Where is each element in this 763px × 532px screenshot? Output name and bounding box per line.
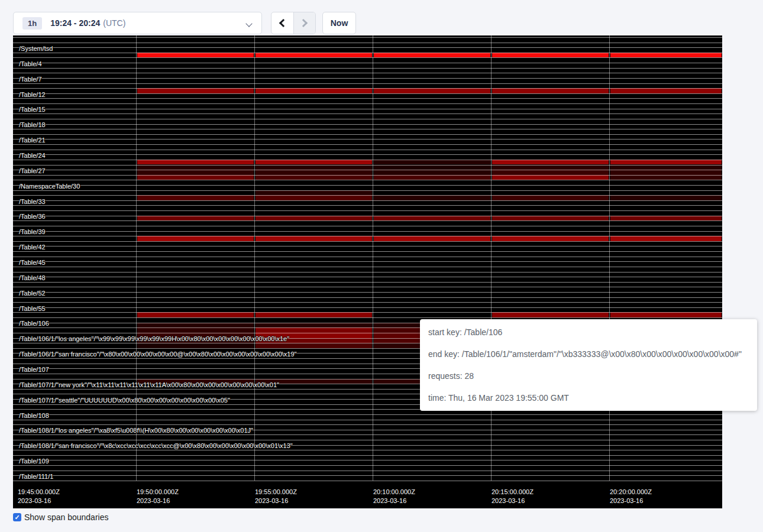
heat-band — [256, 170, 372, 175]
span-boundary-line — [13, 150, 722, 150]
time-gridline — [254, 35, 255, 481]
heat-band — [492, 216, 609, 221]
heat-band — [374, 160, 490, 165]
span-boundary-line — [13, 251, 722, 252]
span-boundary-line — [13, 246, 722, 246]
heat-band — [137, 160, 254, 165]
row-label: /Table/107 — [19, 366, 49, 373]
span-boundary-line — [13, 292, 722, 293]
row-label: /Table/106/1/"san francisco"/"\x80\x00\x… — [19, 351, 297, 358]
row-label: /Table/36 — [19, 213, 46, 220]
heat-band — [610, 88, 722, 93]
span-boundary-line — [13, 455, 722, 456]
heat-band — [610, 160, 722, 165]
row-label: /Table/109 — [19, 458, 49, 465]
prev-range-button[interactable] — [271, 12, 294, 34]
span-boundary-line — [13, 236, 722, 236]
next-range-button[interactable] — [294, 12, 316, 34]
span-boundary-line — [13, 78, 722, 79]
row-label: /NamespaceTable/30 — [19, 183, 80, 190]
span-boundary-line — [13, 307, 722, 308]
time-range-timezone: (UTC) — [103, 18, 125, 28]
span-boundary-line — [13, 180, 722, 180]
checkbox-checked-icon[interactable]: ✓ — [13, 513, 21, 521]
time-range-text: 19:24 - 20:24 — [50, 18, 100, 28]
heat-band — [137, 312, 254, 317]
x-axis-tick: 20:20:00.000Z2023-03-16 — [610, 488, 652, 505]
heat-band — [137, 343, 254, 348]
heat-band — [374, 53, 490, 58]
tick-date: 2023-03-16 — [373, 497, 415, 505]
heat-band — [374, 236, 490, 241]
heat-band — [256, 88, 372, 93]
show-span-boundaries-toggle[interactable]: ✓ Show span boundaries — [13, 512, 108, 522]
tick-date: 2023-03-16 — [18, 497, 60, 505]
span-boundary-line — [13, 190, 722, 191]
chevron-left-icon — [279, 19, 287, 27]
time-gridline — [609, 35, 610, 481]
row-label: /Table/21 — [19, 137, 46, 144]
heat-band — [610, 165, 722, 170]
chevron-right-icon — [299, 19, 308, 27]
heat-band — [610, 53, 722, 58]
span-boundary-line — [13, 420, 722, 420]
row-label: /Table/39 — [19, 228, 46, 235]
heat-band — [374, 170, 490, 175]
heat-band — [374, 195, 490, 200]
key-visualizer-canvas[interactable]: /System/tsd/Table/4/Table/7/Table/12/Tab… — [13, 35, 722, 508]
span-boundary-line — [13, 129, 722, 129]
row-label: /Table/12 — [19, 91, 46, 98]
time-gridline — [491, 35, 492, 481]
span-boundary-line — [13, 43, 722, 43]
heat-band — [374, 175, 490, 180]
span-boundary-line — [13, 241, 722, 242]
span-boundary-line — [13, 113, 722, 114]
time-range-duration-badge: 1h — [22, 17, 42, 30]
span-boundary-line — [13, 175, 722, 176]
heat-band — [610, 170, 722, 175]
heat-band — [137, 327, 254, 333]
span-boundary-line — [13, 205, 722, 206]
heat-band — [256, 165, 372, 170]
span-boundary-line — [13, 68, 722, 69]
span-boundary-line — [13, 195, 722, 196]
time-gridline — [373, 35, 373, 481]
span-boundary-line — [13, 297, 722, 298]
span-boundary-line — [13, 440, 722, 440]
row-label: /Table/108/1/"los angeles"/"\xa8\xf5\u00… — [19, 427, 253, 434]
heat-band — [137, 236, 254, 241]
heat-band — [610, 236, 722, 241]
span-boundary-line — [13, 481, 722, 481]
row-label: /Table/48 — [19, 274, 46, 281]
tooltip-time: time: Thu, 16 Mar 2023 19:55:00 GMT — [428, 392, 749, 403]
tooltip-end-key: end key: /Table/106/1/"amsterdam"/"\xb33… — [428, 349, 749, 359]
x-axis-tick: 19:55:00.000Z2023-03-16 — [255, 488, 297, 505]
heat-band — [492, 236, 609, 241]
tick-date: 2023-03-16 — [492, 497, 534, 505]
span-boundary-line — [13, 103, 722, 104]
row-label: /Table/45 — [19, 259, 46, 266]
span-boundary-line — [13, 267, 722, 267]
span-boundary-line — [13, 414, 722, 415]
now-button[interactable]: Now — [322, 12, 356, 34]
row-label: /Table/33 — [19, 198, 46, 205]
span-boundary-line — [13, 287, 722, 287]
heat-band — [137, 165, 254, 170]
heat-band — [256, 312, 372, 317]
span-boundary-line — [13, 272, 722, 273]
tooltip-start-key: start key: /Table/106 — [428, 327, 749, 338]
time-range-selector[interactable]: 1h 19:24 - 20:24 (UTC) — [13, 12, 262, 34]
row-label: /Table/24 — [19, 152, 46, 159]
span-boundary-line — [13, 57, 722, 58]
span-boundary-line — [13, 93, 722, 94]
span-boundary-line — [13, 160, 722, 160]
row-label: /Table/107/1/"new york"/"\x11\x11\x11\x1… — [19, 381, 279, 388]
heat-band — [610, 175, 722, 180]
heat-band — [256, 53, 372, 58]
span-boundary-line — [13, 47, 722, 48]
tick-time: 20:20:00.000Z — [610, 488, 652, 497]
row-label: /Table/106/1/"los angeles"/"\x99\x99\x99… — [19, 335, 289, 342]
row-label: /Table/7 — [19, 76, 42, 83]
tick-date: 2023-03-16 — [255, 497, 297, 505]
heat-band — [492, 175, 609, 180]
